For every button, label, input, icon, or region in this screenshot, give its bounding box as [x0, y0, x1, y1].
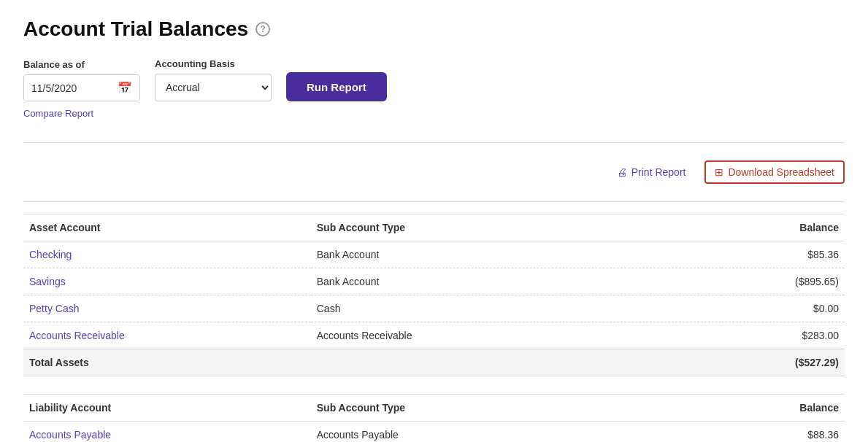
help-icon[interactable]: ? [256, 22, 270, 36]
asset-table: Asset Account Sub Account Type Balance C… [23, 214, 845, 376]
divider-1 [23, 142, 845, 143]
table-row: Savings Bank Account ($895.65) [23, 268, 845, 295]
asset-account-link[interactable]: Savings [29, 276, 66, 287]
run-report-button[interactable]: Run Report [286, 72, 387, 101]
asset-subtype-cell: Bank Account [311, 241, 722, 268]
liability-balance-cell: $88.36 [721, 422, 845, 443]
liability-account-link[interactable]: Accounts Payable [29, 429, 111, 441]
asset-account-link[interactable]: Checking [29, 249, 72, 260]
asset-subtype-header: Sub Account Type [311, 214, 722, 241]
balance-as-of-label: Balance as of [23, 59, 140, 70]
asset-balance-cell: ($895.65) [721, 268, 845, 295]
section-spacer [23, 376, 845, 394]
total-assets-value: ($527.29) [721, 349, 845, 376]
accounting-basis-label: Accounting Basis [155, 58, 272, 69]
compare-report-link[interactable]: Compare Report [23, 108, 93, 119]
total-assets-label: Total Assets [23, 349, 311, 376]
liability-table: Liability Account Sub Account Type Balan… [23, 394, 845, 442]
liability-balance-header: Balance [721, 395, 845, 422]
spreadsheet-icon: ⊞ [715, 166, 723, 178]
asset-balance-header: Balance [721, 214, 845, 241]
controls-row: Balance as of 📅 Accounting Basis Accrual… [23, 58, 845, 101]
total-assets-row: Total Assets ($527.29) [23, 349, 845, 376]
table-row: Petty Cash Cash $0.00 [23, 295, 845, 322]
table-row: Accounts Payable Accounts Payable $88.36 [23, 422, 845, 443]
total-assets-subtype [311, 349, 722, 376]
liability-table-header-row: Liability Account Sub Account Type Balan… [23, 395, 845, 422]
page-title: Account Trial Balances [23, 18, 248, 41]
asset-account-header: Asset Account [23, 214, 311, 241]
asset-table-header-row: Asset Account Sub Account Type Balance [23, 214, 845, 241]
page-container: Account Trial Balances ? Balance as of 📅… [0, 0, 868, 442]
printer-icon: 🖨 [617, 166, 627, 178]
actions-row: 🖨 Print Report ⊞ Download Spreadsheet [23, 155, 845, 190]
accounting-basis-select[interactable]: Accrual Cash [155, 74, 272, 101]
liability-subtype-header: Sub Account Type [311, 395, 722, 422]
asset-balance-cell: $283.00 [721, 322, 845, 349]
accounting-basis-group: Accounting Basis Accrual Cash [155, 58, 272, 101]
calendar-icon[interactable]: 📅 [118, 81, 132, 95]
print-label: Print Report [631, 166, 686, 178]
asset-balance-cell: $0.00 [721, 295, 845, 322]
asset-account-link[interactable]: Accounts Receivable [29, 330, 125, 341]
liability-account-header: Liability Account [23, 395, 311, 422]
asset-balance-cell: $85.36 [721, 241, 845, 268]
table-row: Checking Bank Account $85.36 [23, 241, 845, 268]
divider-2 [23, 201, 845, 202]
asset-subtype-cell: Bank Account [311, 268, 722, 295]
download-label: Download Spreadsheet [728, 166, 834, 178]
title-row: Account Trial Balances ? [23, 18, 845, 41]
table-row: Accounts Receivable Accounts Receivable … [23, 322, 845, 349]
liability-subtype-cell: Accounts Payable [311, 422, 722, 443]
date-input[interactable] [31, 82, 112, 94]
print-report-button[interactable]: 🖨 Print Report [610, 162, 694, 182]
asset-subtype-cell: Cash [311, 295, 722, 322]
balance-as-of-group: Balance as of 📅 [23, 59, 140, 101]
asset-account-link[interactable]: Petty Cash [29, 303, 79, 314]
asset-subtype-cell: Accounts Receivable [311, 322, 722, 349]
download-spreadsheet-button[interactable]: ⊞ Download Spreadsheet [704, 160, 845, 184]
date-input-wrapper: 📅 [23, 74, 140, 101]
